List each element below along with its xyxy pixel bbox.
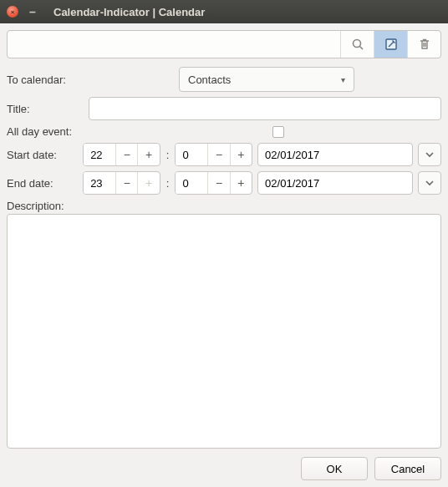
- start-label: Start date:: [7, 149, 78, 161]
- end-min-plus[interactable]: +: [230, 172, 252, 194]
- start-min-minus[interactable]: −: [207, 144, 229, 165]
- end-date-input[interactable]: [257, 171, 413, 195]
- button-bar: OK Cancel: [7, 457, 441, 480]
- allday-label: All day event:: [7, 125, 267, 138]
- end-hour-input[interactable]: [84, 172, 115, 194]
- end-label: End date:: [7, 177, 78, 190]
- start-min-input[interactable]: [176, 144, 207, 165]
- start-date-input[interactable]: [257, 143, 413, 166]
- end-min-input[interactable]: [176, 172, 207, 194]
- edit-icon[interactable]: [374, 31, 407, 58]
- start-date-picker-button[interactable]: [418, 143, 441, 166]
- start-min-plus[interactable]: +: [230, 144, 252, 165]
- end-min-stepper[interactable]: − +: [175, 171, 252, 195]
- chevron-down-icon: ▾: [341, 75, 345, 84]
- colon: :: [165, 149, 171, 161]
- window-title: Calendar-Indicator | Calendar: [53, 6, 205, 18]
- titlebar: × – Calendar-Indicator | Calendar: [0, 0, 448, 23]
- description-label: Description:: [7, 200, 441, 212]
- colon: :: [165, 177, 171, 190]
- to-calendar-value: Contacts: [188, 74, 231, 86]
- to-calendar-label: To calendar:: [7, 74, 174, 86]
- window-body: To calendar: Contacts ▾ Title: All day e…: [0, 23, 448, 487]
- title-label: Title:: [7, 103, 84, 115]
- svg-point-0: [353, 40, 360, 48]
- start-hour-plus[interactable]: +: [137, 144, 159, 165]
- allday-checkbox[interactable]: [272, 126, 284, 138]
- end-date-picker-button[interactable]: [418, 171, 441, 195]
- start-hour-minus[interactable]: −: [115, 144, 137, 165]
- title-input[interactable]: [89, 97, 441, 120]
- minimize-icon[interactable]: –: [27, 6, 38, 18]
- row-to-calendar: To calendar: Contacts ▾: [7, 67, 441, 92]
- search-icon[interactable]: [340, 31, 374, 58]
- ok-button[interactable]: OK: [301, 457, 368, 480]
- row-title: Title:: [7, 97, 441, 120]
- to-calendar-select[interactable]: Contacts ▾: [179, 67, 354, 92]
- close-icon[interactable]: ×: [7, 6, 18, 18]
- cancel-button[interactable]: Cancel: [374, 457, 441, 480]
- start-hour-stepper[interactable]: − +: [83, 143, 160, 166]
- toolbar-spacer: [8, 31, 340, 58]
- start-hour-input[interactable]: [84, 144, 115, 165]
- end-hour-plus[interactable]: +: [137, 172, 159, 194]
- row-start: Start date: − + : − +: [7, 143, 441, 166]
- toolbar: [7, 30, 441, 58]
- svg-line-1: [359, 47, 363, 50]
- start-min-stepper[interactable]: − +: [175, 143, 252, 166]
- trash-icon[interactable]: [407, 31, 440, 58]
- end-min-minus[interactable]: −: [207, 172, 229, 194]
- end-hour-minus[interactable]: −: [115, 172, 137, 194]
- row-allday: All day event:: [7, 125, 441, 138]
- description-textarea[interactable]: [7, 214, 441, 449]
- end-hour-stepper[interactable]: − +: [83, 171, 160, 195]
- row-end: End date: − + : − +: [7, 171, 441, 195]
- form: To calendar: Contacts ▾ Title: All day e…: [7, 67, 441, 449]
